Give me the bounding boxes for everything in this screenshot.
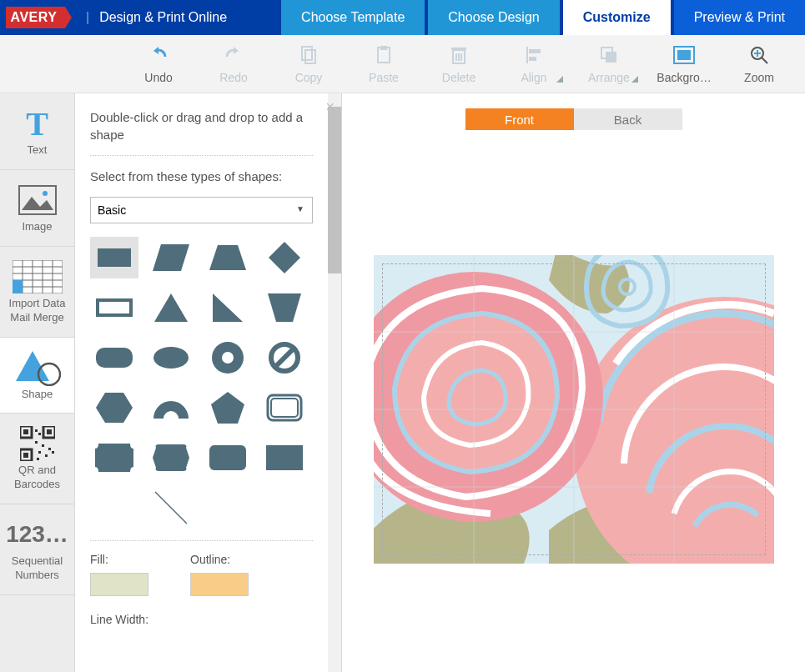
svg-rect-11 — [529, 57, 536, 61]
tab-customize[interactable]: Customize — [563, 0, 671, 35]
tab-preview-print[interactable]: Preview & Print — [674, 0, 805, 35]
app-title: | Design & Print Online — [71, 0, 242, 35]
shape-donut[interactable] — [204, 337, 252, 379]
shape-trapezoid[interactable] — [204, 237, 252, 278]
fill-label: Fill: — [90, 553, 148, 566]
text-icon: T — [3, 105, 71, 142]
shape-triangle[interactable] — [147, 287, 195, 328]
sidebar-item-shape[interactable]: Shape — [0, 338, 74, 414]
panel-select-label: Select from these types of shapes: — [90, 168, 313, 185]
svg-rect-3 — [380, 46, 387, 50]
side-tabs: Front Back — [465, 108, 682, 130]
shape-rounded-square[interactable] — [204, 437, 252, 479]
svg-rect-43 — [42, 444, 44, 447]
shape-no-symbol[interactable] — [260, 337, 309, 379]
svg-rect-45 — [38, 451, 41, 454]
align-icon — [523, 44, 545, 66]
outline-group: Outline: — [190, 553, 249, 596]
svg-rect-47 — [52, 451, 54, 454]
shape-diamond[interactable] — [260, 237, 309, 278]
sidebar-item-text[interactable]: T Text — [0, 93, 74, 170]
shape-rounded-rect[interactable] — [90, 337, 138, 379]
shapes-grid — [90, 237, 313, 529]
sidebar-item-import[interactable]: Import Data Mail Merge — [0, 247, 74, 338]
svg-rect-40 — [35, 429, 38, 432]
sidebar-item-qr[interactable]: QR and Barcodes — [0, 414, 74, 504]
svg-rect-0 — [302, 47, 312, 60]
app-header: AVERY | Design & Print Online Choose Tem… — [0, 0, 805, 35]
svg-point-52 — [153, 347, 189, 369]
copy-button[interactable]: Copy — [271, 44, 346, 84]
shape-line[interactable] — [147, 487, 195, 529]
shape-plaque[interactable] — [260, 387, 309, 429]
background-button[interactable]: Backgro… — [647, 44, 722, 84]
panel-scrollbar[interactable] — [328, 93, 341, 672]
shape-icon — [3, 349, 71, 386]
tab-choose-template[interactable]: Choose Template — [281, 0, 425, 35]
side-tab-front[interactable]: Front — [465, 108, 574, 130]
svg-rect-35 — [23, 429, 28, 434]
shape-trapezoid-alt[interactable] — [260, 287, 309, 328]
fill-swatch[interactable] — [90, 573, 148, 596]
shape-pentagon[interactable] — [204, 387, 252, 429]
shape-badge[interactable] — [147, 437, 195, 479]
shape-hexagon[interactable] — [90, 387, 138, 429]
svg-rect-10 — [529, 49, 541, 53]
svg-line-61 — [155, 492, 187, 524]
outline-label: Outline: — [190, 553, 249, 566]
svg-rect-46 — [45, 454, 48, 457]
svg-line-56 — [275, 349, 294, 367]
svg-rect-60 — [266, 445, 303, 470]
close-panel-button[interactable]: × — [325, 98, 328, 116]
background-icon — [673, 44, 695, 66]
shape-parallelogram[interactable] — [147, 237, 195, 278]
svg-rect-50 — [98, 300, 131, 315]
svg-rect-15 — [677, 50, 691, 60]
shape-right-triangle[interactable] — [204, 287, 252, 328]
svg-rect-13 — [606, 52, 616, 63]
delete-button[interactable]: Delete — [421, 44, 496, 84]
arrange-icon — [598, 44, 620, 66]
trash-icon — [448, 44, 470, 66]
zoom-icon — [748, 44, 770, 66]
toolbar: Undo Redo Copy Paste Delete Align Arrang… — [0, 35, 805, 93]
shape-rectangle[interactable] — [90, 237, 138, 278]
svg-line-17 — [762, 58, 767, 63]
undo-button[interactable]: Undo — [121, 44, 196, 84]
scrollbar-thumb[interactable] — [328, 107, 341, 273]
panel-intro-text: Double-click or drag and drop to add a s… — [90, 108, 313, 143]
shape-ellipse[interactable] — [147, 337, 195, 379]
zoom-button[interactable]: Zoom — [722, 44, 797, 84]
paste-button[interactable]: Paste — [346, 44, 421, 84]
shape-arch[interactable] — [147, 387, 195, 429]
line-width-label: Line Width: — [90, 613, 313, 626]
shape-square[interactable] — [260, 437, 309, 479]
svg-rect-41 — [38, 433, 41, 435]
svg-rect-58 — [271, 399, 298, 417]
redo-button[interactable]: Redo — [196, 44, 271, 84]
logo-text: AVERY — [6, 7, 66, 28]
svg-rect-32 — [13, 287, 23, 293]
arrange-button[interactable]: Arrange — [571, 44, 647, 84]
shape-rect-outline[interactable] — [90, 287, 138, 328]
tab-choose-design[interactable]: Choose Design — [428, 0, 559, 35]
sidebar-item-sequential[interactable]: 123… Sequential Numbers — [0, 504, 74, 595]
outline-swatch[interactable] — [190, 573, 249, 596]
sequential-icon: 123… — [3, 516, 71, 553]
app-title-text: Design & Print Online — [99, 10, 227, 25]
svg-rect-59 — [209, 445, 246, 470]
sidebar-item-image[interactable]: Image — [0, 170, 74, 247]
side-tab-back[interactable]: Back — [574, 108, 682, 130]
design-canvas[interactable] — [374, 255, 774, 564]
dropdown-indicator-icon — [556, 76, 563, 83]
nav-tabs: Choose Template Choose Design Customize … — [278, 0, 805, 35]
align-button[interactable]: Align — [496, 44, 571, 84]
svg-rect-5 — [451, 48, 466, 50]
shape-ticket[interactable] — [90, 437, 138, 479]
paste-icon — [373, 44, 395, 66]
shape-type-select[interactable]: Basic — [90, 197, 313, 223]
svg-rect-31 — [13, 280, 23, 287]
fill-group: Fill: — [90, 553, 148, 596]
svg-rect-39 — [23, 453, 28, 458]
left-sidebar: T Text Image Import Data Mail Merge Shap… — [0, 93, 75, 672]
